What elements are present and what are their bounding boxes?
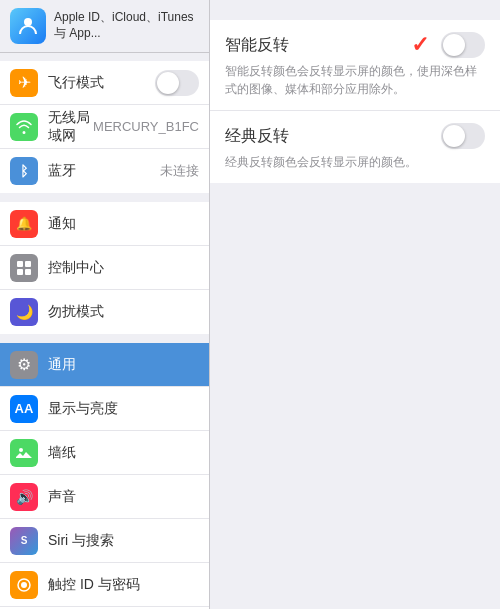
wifi-value: MERCURY_B1FC: [93, 119, 199, 134]
airplane-icon: ✈: [10, 69, 38, 97]
sidebar-section-3: ⚙ 通用 AA 显示与亮度 墙纸 🔊 声音: [0, 343, 209, 609]
sidebar: Apple ID、iCloud、iTunes 与 App... ✈ 飞行模式 无…: [0, 0, 210, 609]
invert-section: 智能反转 ✓ 智能反转颜色会反转显示屏的颜色，使用深色样式的图像、媒体和部分应用…: [210, 20, 500, 183]
smart-invert-desc: 智能反转颜色会反转显示屏的颜色，使用深色样式的图像、媒体和部分应用除外。: [225, 62, 485, 98]
sidebar-item-notification[interactable]: 🔔 通知: [0, 202, 209, 246]
wifi-icon: [10, 113, 38, 141]
sidebar-label-bluetooth: 蓝牙: [48, 162, 160, 180]
classic-invert-desc: 经典反转颜色会反转显示屏的颜色。: [225, 153, 485, 171]
touch-icon: [10, 571, 38, 599]
svg-point-7: [21, 582, 27, 588]
bluetooth-icon: ᛒ: [10, 157, 38, 185]
classic-invert-title: 经典反转: [225, 126, 289, 147]
sidebar-label-control: 控制中心: [48, 259, 199, 277]
sidebar-label-display: 显示与亮度: [48, 400, 199, 418]
sidebar-item-airplane[interactable]: ✈ 飞行模式: [0, 61, 209, 105]
svg-rect-1: [17, 261, 23, 267]
section-gap-2: [0, 194, 209, 202]
sidebar-item-bluetooth[interactable]: ᛒ 蓝牙 未连接: [0, 149, 209, 193]
sidebar-label-wifi: 无线局域网: [48, 109, 93, 145]
sidebar-item-touch[interactable]: 触控 ID 与密码: [0, 563, 209, 607]
notification-icon: 🔔: [10, 210, 38, 238]
smart-invert-row: 智能反转 ✓: [225, 32, 485, 58]
main-top-gap: [210, 0, 500, 20]
control-icon: [10, 254, 38, 282]
section-gap: [0, 53, 209, 61]
svg-rect-3: [17, 269, 23, 275]
svg-point-0: [24, 18, 32, 26]
smart-invert-toggle[interactable]: [441, 32, 485, 58]
svg-rect-4: [25, 269, 31, 275]
section-gap-3: [0, 335, 209, 343]
donotdisturb-icon: 🌙: [10, 298, 38, 326]
sidebar-section-2: 🔔 通知 控制中心 🌙 勿扰模式: [0, 202, 209, 334]
sidebar-section-1: ✈ 飞行模式 无线局域网 MERCURY_B1FC ᛒ 蓝牙 未连接: [0, 61, 209, 193]
display-icon: AA: [10, 395, 38, 423]
sidebar-item-sound[interactable]: 🔊 声音: [0, 475, 209, 519]
sidebar-item-control[interactable]: 控制中心: [0, 246, 209, 290]
apple-id-icon: [10, 8, 46, 44]
sidebar-label-donotdisturb: 勿扰模式: [48, 303, 199, 321]
svg-point-5: [19, 448, 23, 452]
classic-invert-row: 经典反转: [225, 123, 485, 149]
sidebar-items: ✈ 飞行模式 无线局域网 MERCURY_B1FC ᛒ 蓝牙 未连接: [0, 53, 209, 609]
sidebar-label-general: 通用: [48, 356, 199, 374]
classic-invert-toggle[interactable]: [441, 123, 485, 149]
sidebar-top-item[interactable]: Apple ID、iCloud、iTunes 与 App...: [0, 0, 209, 53]
sidebar-label-notification: 通知: [48, 215, 199, 233]
sidebar-item-siri[interactable]: S Siri 与搜索: [0, 519, 209, 563]
airplane-toggle[interactable]: [155, 70, 199, 96]
sidebar-top-text: Apple ID、iCloud、iTunes 与 App...: [54, 10, 199, 41]
svg-rect-2: [25, 261, 31, 267]
sidebar-item-wifi[interactable]: 无线局域网 MERCURY_B1FC: [0, 105, 209, 149]
siri-icon: S: [10, 527, 38, 555]
general-icon: ⚙: [10, 351, 38, 379]
sidebar-label-airplane: 飞行模式: [48, 74, 155, 92]
smart-invert-checkmark: ✓: [411, 32, 429, 58]
sidebar-item-donotdisturb[interactable]: 🌙 勿扰模式: [0, 290, 209, 334]
sidebar-label-sound: 声音: [48, 488, 199, 506]
sidebar-label-touch: 触控 ID 与密码: [48, 576, 199, 594]
main-content: 智能反转 ✓ 智能反转颜色会反转显示屏的颜色，使用深色样式的图像、媒体和部分应用…: [210, 0, 500, 609]
sound-icon: 🔊: [10, 483, 38, 511]
sidebar-item-general[interactable]: ⚙ 通用: [0, 343, 209, 387]
sidebar-label-wallpaper: 墙纸: [48, 444, 199, 462]
classic-invert-item: 经典反转 经典反转颜色会反转显示屏的颜色。: [210, 111, 500, 183]
wallpaper-icon: [10, 439, 38, 467]
smart-invert-title: 智能反转: [225, 35, 289, 56]
sidebar-item-display[interactable]: AA 显示与亮度: [0, 387, 209, 431]
sidebar-label-siri: Siri 与搜索: [48, 532, 199, 550]
sidebar-item-wallpaper[interactable]: 墙纸: [0, 431, 209, 475]
smart-invert-item: 智能反转 ✓ 智能反转颜色会反转显示屏的颜色，使用深色样式的图像、媒体和部分应用…: [210, 20, 500, 111]
bluetooth-value: 未连接: [160, 162, 199, 180]
